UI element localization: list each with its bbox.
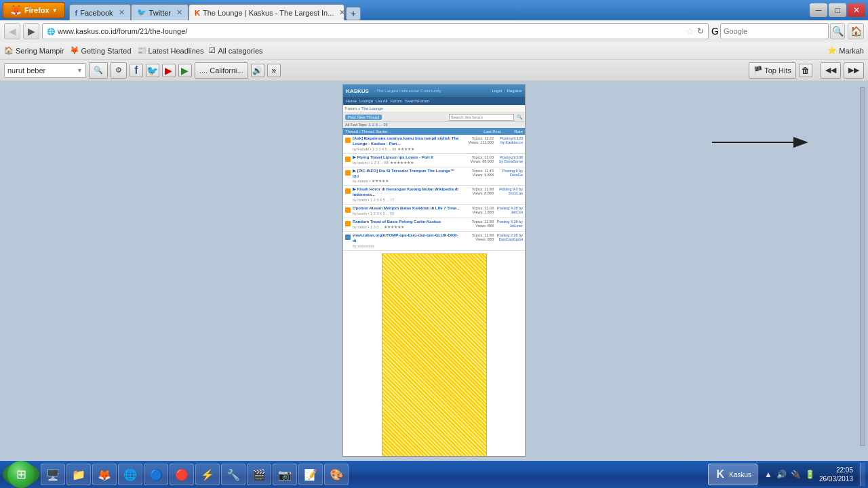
systray-clock[interactable]: 22:05 26/03/2013 [819,466,853,483]
table-row[interactable]: [Ask] Bagaimana caranya kamu bisa tampil… [343,135,525,154]
google-search-input[interactable] [724,27,825,35]
nav-search[interactable]: SearchForum [405,99,429,103]
toolbar-search-dropdown-icon[interactable]: ▼ [77,67,83,74]
tab-kaskus[interactable]: K The Lounge | Kaskus - The Largest In..… [189,4,344,20]
thread-last-post-1[interactable]: Posting 9.123 by Kaskus.co [496,136,523,144]
toolbar-extra-right[interactable]: ▶▶ [844,62,864,79]
table-row-spam[interactable]: www.tuhan.org/it/TOMP-apa-baru-dan-lain-… [343,232,525,251]
start-button[interactable]: ⊞ [3,463,39,486]
nav-listall[interactable]: List All [376,99,387,103]
table-row[interactable]: ▶ Flying Travel Lipsum ips Lorem - Part … [343,154,525,167]
thread-title-4[interactable]: ▶ Kisah Horor di Kenangan Karang Bulan W… [353,187,461,198]
taskbar-paint[interactable]: 🎨 [324,464,349,485]
top-hits-button[interactable]: 🏴 Top Hits [749,62,796,79]
nav-forum[interactable]: Forum [390,99,401,103]
nav-home[interactable]: Home [346,99,357,103]
forum-search-input[interactable] [449,114,514,121]
volume-button[interactable]: 🔊 [251,64,264,77]
bookmark-markah[interactable]: ⭐ Markah [827,46,864,55]
page-3[interactable]: 3 [376,123,378,127]
page-2[interactable]: 2 [372,123,374,127]
forward-button[interactable]: ▶ [23,23,39,39]
thread-title-3[interactable]: ▶ [PIC-INFO] Dia Si Tersedot Trampus The… [353,169,461,180]
thread-title-7[interactable]: www.tuhan.org/it/TOMP-apa-baru-dan-lain-… [353,233,461,244]
twitter-toolbar-button[interactable]: 🐦 [146,64,159,77]
new-tab-button[interactable]: + [346,7,361,20]
bookmark-latest-headlines[interactable]: 📰 Latest Headlines [137,46,204,55]
taskbar-opera[interactable]: 🔴 [170,464,194,485]
music-label-button[interactable]: .... Californi... [195,62,248,79]
table-row[interactable]: ▶ [PIC-INFO] Dia Si Tersedot Trampus The… [343,167,525,186]
thread-title-5[interactable]: Opohon Alasan Menjom Batas Kelektan di L… [353,206,461,211]
url-input[interactable] [58,27,683,35]
taskbar-flash[interactable]: ⚡ [195,464,220,485]
thread-last-post-5[interactable]: Posting 4.28 by JetCon [496,206,523,214]
media-play-button[interactable]: ▶ [178,64,192,77]
toolbar-search-input[interactable] [7,66,75,75]
firefox-menu-button[interactable]: 🦊 Firefox ▼ [3,2,65,18]
youtube-toolbar-button[interactable]: ▶ [162,64,176,77]
col-rate: Rate [514,129,523,134]
taskbar-active-kaskus[interactable]: K Kaskus [708,464,757,485]
tab-twitter[interactable]: 🐦 Twitter ✕ [131,4,189,20]
page-last[interactable]: 99 [383,123,387,127]
thread-title-1[interactable]: [Ask] Bagaimana caranya kamu bisa tampil… [353,136,461,147]
systray-battery-icon[interactable]: 🔋 [805,470,815,479]
thread-last-post-6[interactable]: Posting 4.28 by JetLiner [496,220,523,228]
facebook-toolbar-button[interactable]: f [130,64,143,77]
taskbar-camera[interactable]: 📷 [273,464,297,485]
tab-facebook[interactable]: f Facebook ✕ [69,4,131,20]
post-thread-button[interactable]: Post New Thread [345,115,382,120]
taskbar-firefox[interactable]: 🦊 [92,464,117,485]
tab-twitter-close[interactable]: ✕ [176,8,182,17]
taskbar-tool1[interactable]: 🔧 [221,464,245,485]
breadcrumb-link[interactable]: The Lounge [361,106,383,110]
search-button[interactable]: 🔍 [830,23,845,39]
bookmark-sering-mampir[interactable]: 🏠 Sering Mampir [4,46,64,55]
thread-title-2[interactable]: ▶ Flying Travel Lipsum ips Lorem - Part … [353,155,461,161]
toolbar-options-button[interactable]: ⚙ [111,62,127,79]
show-desktop-button[interactable] [860,463,865,486]
taskbar-explorer[interactable]: 🖥️ [41,464,65,485]
header-link-1[interactable]: Login [492,89,502,93]
header-link-2[interactable]: Register [507,89,522,93]
page-1[interactable]: 1 [369,123,371,127]
bookmark-all-categories[interactable]: ☑ All categories [209,46,262,55]
google-search-box[interactable] [720,23,829,39]
table-row[interactable]: Opohon Alasan Menjom Batas Kelektan di L… [343,205,525,218]
minimize-button[interactable]: ─ [810,3,827,17]
toolbar-search-box[interactable]: ▼ [4,63,86,78]
thread-title-6[interactable]: Random Tread of Basic Polong Carlin Kask… [353,220,461,225]
taskbar-media[interactable]: 🎬 [247,464,271,485]
maximize-button[interactable]: □ [829,3,846,17]
toolbar-extra-left[interactable]: ◀◀ [821,62,841,79]
systray-arrow-icon[interactable]: ▲ [764,470,772,479]
bookmark-getting-started[interactable]: 🦊 Getting Started [70,46,132,55]
tab-kaskus-close[interactable]: ✕ [339,8,344,17]
next-button[interactable]: » [267,64,281,77]
thread-last-post-3[interactable]: Posting 9 by DetaGe [496,169,523,177]
table-row[interactable]: ▶ Kisah Horor di Kenangan Karang Bulan W… [343,186,525,205]
toolbar-search-button[interactable]: 🔍 [89,62,108,79]
close-button[interactable]: ✕ [848,3,865,17]
forum-search-go[interactable]: 🔍 [517,115,523,120]
thread-last-post-4[interactable]: Posting 9.0 by DoorLas [496,187,523,195]
thread-last-post-7[interactable]: Posting 2.28 by DanCasKuslot [496,233,523,241]
trash-icon-button[interactable]: 🗑 [799,64,812,77]
nav-lounge[interactable]: Lounge [359,99,373,103]
url-bar[interactable]: 🌐 ☆ ↻ [42,23,709,39]
home-button[interactable]: 🏠 [848,23,864,39]
taskbar-ie[interactable]: 🌐 [118,464,142,485]
scrollbar[interactable] [860,87,865,446]
tab-facebook-close[interactable]: ✕ [119,8,125,17]
back-button[interactable]: ◀ [4,23,20,39]
thread-last-post-2[interactable]: Posting 9.100 by DonaSome [496,155,523,163]
taskbar-word[interactable]: 📝 [298,464,323,485]
bookmark-star-icon[interactable]: ☆ [686,26,694,37]
table-row[interactable]: Random Tread of Basic Polong Carlin Kask… [343,218,525,232]
systray-network-icon[interactable]: 🔌 [791,470,801,479]
taskbar-chrome[interactable]: 🔵 [144,464,168,485]
systray-volume-icon[interactable]: 🔊 [776,470,787,479]
taskbar-folder[interactable]: 📁 [66,464,91,485]
refresh-button[interactable]: ↻ [697,26,704,36]
